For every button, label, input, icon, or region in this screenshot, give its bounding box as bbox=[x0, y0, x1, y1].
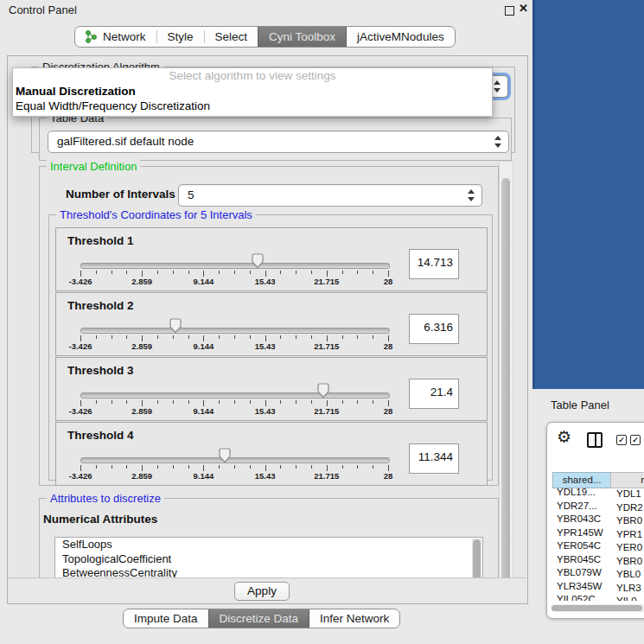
slider-thumb[interactable] bbox=[169, 318, 182, 334]
tick-mark bbox=[250, 335, 251, 339]
threshold-label: Threshold 1 bbox=[67, 234, 134, 247]
tick-mark bbox=[265, 465, 266, 471]
tick-label: 2.859 bbox=[131, 277, 152, 286]
tick-mark bbox=[388, 400, 389, 406]
tick-mark bbox=[311, 465, 312, 469]
threshold-panel: Threshold 4 -3.4262.8599.14415.4321.7152… bbox=[55, 422, 488, 486]
popup-option-equal-width[interactable]: Equal Width/Frequency Discretization bbox=[13, 99, 492, 113]
tick-mark bbox=[250, 271, 251, 274]
tick-mark bbox=[219, 400, 220, 404]
tick-mark bbox=[80, 465, 81, 471]
threshold-value-field[interactable]: 14.713 bbox=[409, 249, 459, 279]
tick-mark bbox=[327, 400, 328, 406]
tick-mark bbox=[296, 465, 296, 469]
tick-mark bbox=[280, 400, 281, 404]
list-item[interactable]: TopologicalCoefficient bbox=[55, 552, 482, 567]
tick-mark bbox=[342, 465, 343, 469]
algorithm-dropdown-popup: Select algorithm to view settings Manual… bbox=[12, 67, 493, 117]
slider-track[interactable] bbox=[80, 328, 390, 334]
table-row[interactable]: YIL052CYIL0 bbox=[552, 594, 644, 601]
tick-mark bbox=[203, 271, 204, 277]
panel-scrollbar[interactable] bbox=[499, 161, 513, 601]
apply-button[interactable]: Apply bbox=[234, 582, 290, 601]
scrollbar-thumb[interactable] bbox=[552, 605, 642, 611]
list-item[interactable]: SelfLoops bbox=[55, 538, 482, 552]
combobox-value: 5 bbox=[188, 188, 194, 201]
table-row[interactable]: YDL19...YDL1 bbox=[552, 487, 644, 501]
tick-mark bbox=[126, 335, 127, 339]
table-data-combobox[interactable]: galFiltered.sif default node bbox=[48, 131, 509, 153]
stepper-icon bbox=[468, 188, 475, 202]
threshold-value-field[interactable]: 21.4 bbox=[409, 379, 459, 409]
tick-mark bbox=[112, 400, 112, 404]
tab-impute-data[interactable]: Impute Data bbox=[124, 609, 208, 628]
tick-mark bbox=[203, 335, 204, 341]
tick-mark bbox=[250, 465, 251, 469]
cell-name: YDL1 bbox=[609, 488, 641, 499]
scrollbar-thumb[interactable] bbox=[473, 539, 481, 581]
float-window-icon[interactable] bbox=[505, 6, 514, 16]
table-row[interactable]: YER054CYER0 bbox=[552, 540, 644, 554]
tab-select[interactable]: Select bbox=[205, 27, 258, 47]
tick-label: 15.43 bbox=[255, 277, 276, 286]
tab-infer-network[interactable]: Infer Network bbox=[309, 609, 399, 628]
cell-shared-name: YER054C bbox=[552, 540, 609, 551]
slider-track[interactable] bbox=[80, 457, 390, 463]
slider-thumb[interactable] bbox=[251, 253, 265, 269]
threshold-value-field[interactable]: 11.344 bbox=[409, 443, 459, 474]
slider-track[interactable] bbox=[80, 392, 390, 399]
tab-cyni-toolbox[interactable]: Cyni Toolbox bbox=[258, 27, 347, 47]
threshold-value-field[interactable]: 6.316 bbox=[409, 314, 459, 344]
table-panel: Table Panel ⚙ ✓ ✓ shared... n YDL19...YD… bbox=[532, 389, 644, 644]
network-desktop: GAL80GACGAL11GAL4GCY1HHAP2 bbox=[532, 0, 644, 389]
tick-mark bbox=[112, 335, 112, 339]
gear-icon[interactable]: ⚙ bbox=[557, 427, 571, 447]
top-tab-bar: NetworkStyleSelectCyni ToolboxjActiveMNo… bbox=[74, 26, 456, 48]
tick-label: 9.144 bbox=[194, 471, 214, 481]
horizontal-scrollbar[interactable] bbox=[551, 604, 644, 612]
tick-mark bbox=[280, 271, 281, 274]
tick-mark bbox=[142, 465, 143, 471]
tick-mark bbox=[173, 271, 174, 274]
tick-mark bbox=[157, 400, 158, 404]
numerical-attributes-list[interactable]: SelfLoopsTopologicalCoefficientBetweenne… bbox=[54, 537, 483, 583]
columns-icon[interactable] bbox=[587, 432, 603, 448]
tab-network[interactable]: Network bbox=[75, 27, 156, 47]
checkbox-icon[interactable]: ✓ bbox=[630, 435, 641, 445]
checkbox-icon[interactable]: ✓ bbox=[616, 435, 627, 445]
tick-mark bbox=[296, 335, 296, 339]
tick-mark bbox=[327, 465, 328, 471]
network-icon bbox=[86, 30, 98, 43]
table-row[interactable]: YLR345WYLR3 bbox=[552, 581, 644, 595]
list-scrollbar[interactable] bbox=[472, 539, 481, 582]
scrollbar-thumb[interactable] bbox=[501, 178, 510, 596]
table-row[interactable]: YBR045CYBR0 bbox=[552, 554, 644, 568]
numerical-attributes-label: Numerical Attributes bbox=[43, 513, 157, 526]
slider-thumb[interactable] bbox=[218, 448, 232, 463]
tick-mark bbox=[173, 335, 174, 339]
tick-mark bbox=[219, 271, 220, 274]
table-row[interactable]: YBR043CYBR0 bbox=[552, 513, 644, 527]
bottom-tab-bar: Impute DataDiscretize DataInfer Network bbox=[123, 609, 400, 628]
threshold-label: Threshold 4 bbox=[67, 429, 134, 442]
close-icon[interactable]: ✕ bbox=[519, 2, 528, 15]
tab-jactivemnodules[interactable]: jActiveMNodules bbox=[347, 27, 455, 47]
tick-mark bbox=[265, 400, 266, 406]
slider-track[interactable] bbox=[80, 263, 390, 269]
table-row[interactable]: YDR27...YDR2 bbox=[552, 501, 644, 514]
slider-thumb[interactable] bbox=[316, 383, 330, 399]
tick-label: -3.426 bbox=[69, 341, 92, 351]
tab-style[interactable]: Style bbox=[157, 27, 204, 47]
tick-mark bbox=[173, 465, 174, 469]
table-row[interactable]: YBL079WYBL0 bbox=[552, 567, 644, 581]
tick-mark bbox=[311, 400, 312, 404]
tick-mark bbox=[388, 335, 389, 341]
popup-option-manual[interactable]: Manual Discretization bbox=[13, 84, 492, 99]
group-title: Threshold's Coordinates for 5 Intervals bbox=[56, 208, 256, 221]
number-of-intervals-combobox[interactable]: 5 bbox=[178, 184, 482, 207]
tick-mark bbox=[142, 335, 143, 341]
tab-discretize-data[interactable]: Discretize Data bbox=[208, 609, 310, 628]
table-row[interactable]: YPR145WYPR1 bbox=[552, 527, 644, 541]
tick-mark bbox=[357, 335, 358, 339]
cell-shared-name: YBR043C bbox=[552, 513, 609, 524]
